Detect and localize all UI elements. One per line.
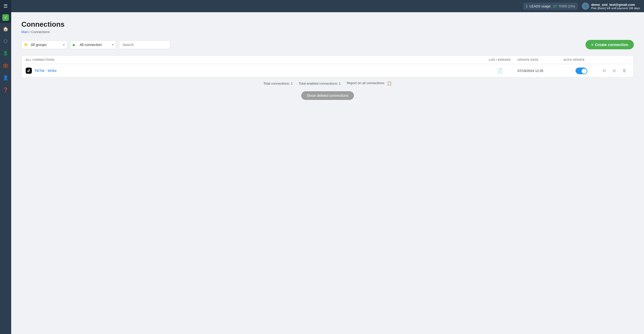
groups-select-wrapper: 📁 All groups ▾ bbox=[21, 40, 67, 49]
leads-total: 5'000 (1%) bbox=[559, 4, 575, 8]
toggle-inner bbox=[576, 68, 587, 74]
topbar: ℹ LEADS usage: 27 5'000 (1%) 👤 demo_sml_… bbox=[11, 0, 644, 12]
avatar: 👤 bbox=[582, 3, 589, 10]
toolbar: 📁 All groups ▾ ▶ All connection ▾ + Crea… bbox=[21, 40, 634, 49]
leads-usage-widget[interactable]: ℹ LEADS usage: 27 5'000 (1%) bbox=[523, 3, 578, 10]
breadcrumb: Main / Connections bbox=[21, 30, 634, 34]
leads-label: LEADS usage: bbox=[529, 4, 551, 8]
col-connections-header: ALL CONNECTIONS bbox=[26, 58, 482, 61]
toggle-switch[interactable] bbox=[576, 68, 587, 74]
breadcrumb-main[interactable]: Main bbox=[21, 30, 28, 34]
sidebar-item-briefcase[interactable]: 💼 bbox=[0, 60, 11, 71]
table-row: TikTok - Wrike 📄 07/19/2024 12:35 ⧉ ⚙ 🗑 bbox=[22, 64, 634, 77]
connection-name-link[interactable]: TikTok - Wrike bbox=[26, 68, 482, 74]
leads-used: 27 bbox=[553, 4, 557, 8]
search-wrapper bbox=[119, 40, 170, 49]
plus-icon: + bbox=[591, 42, 593, 47]
report-all-connections: Report on all connections: 📋 bbox=[347, 81, 392, 86]
user-info[interactable]: 👤 demo_sml_test@gmail.com Plan |Basic| l… bbox=[582, 3, 640, 10]
groups-select[interactable]: All groups bbox=[21, 40, 67, 49]
create-connection-label: Create connection bbox=[595, 42, 628, 47]
main-content: Connections Main / Connections 📁 All gro… bbox=[11, 12, 644, 334]
sidebar-menu-toggle[interactable]: ☰ bbox=[0, 0, 11, 12]
sidebar-item-billing[interactable]: 💲 bbox=[0, 48, 11, 59]
create-connection-button[interactable]: + Create connection bbox=[585, 40, 634, 49]
sidebar-item-connections[interactable]: ⬡ bbox=[0, 36, 11, 47]
connection-type-select[interactable]: All connection bbox=[70, 40, 116, 49]
report-icon[interactable]: 📋 bbox=[387, 81, 392, 85]
page-title: Connections bbox=[21, 20, 634, 28]
sidebar-item-user[interactable]: 👤 bbox=[0, 72, 11, 83]
table-header: ALL CONNECTIONS LOG / ERRORS UPDATE DATE… bbox=[22, 56, 634, 64]
info-icon: ℹ bbox=[526, 4, 527, 9]
user-email: demo_sml_test@gmail.com bbox=[591, 3, 640, 7]
show-deleted-button[interactable]: Show deleted connections bbox=[301, 91, 354, 100]
breadcrumb-sep: / bbox=[30, 30, 31, 34]
connection-name-text: TikTok - Wrike bbox=[34, 69, 57, 73]
sidebar-item-home[interactable]: 🏠 bbox=[0, 23, 11, 35]
update-date: 07/19/2024 12:35 bbox=[518, 69, 563, 73]
sidebar: ☰ ✓ 🏠 ⬡ 💲 💼 👤 ❓ bbox=[0, 0, 11, 334]
toggle-knob bbox=[582, 69, 587, 74]
delete-button[interactable]: 🗑 bbox=[619, 68, 629, 73]
total-connections: Total connections: 1 bbox=[263, 82, 293, 85]
total-enabled-connections: Total enabled connections: 1 bbox=[299, 82, 341, 85]
search-input[interactable] bbox=[119, 40, 170, 49]
col-log-header: LOG / ERRORS bbox=[482, 58, 518, 61]
col-auto-header: AUTO UPDATE bbox=[563, 58, 599, 61]
user-plan: Plan |Basic| left until payment 166 days bbox=[591, 7, 640, 10]
col-date-header: UPDATE DATE bbox=[518, 58, 563, 61]
breadcrumb-current: Connections bbox=[31, 30, 50, 34]
copy-button[interactable]: ⧉ bbox=[599, 68, 609, 73]
auto-update-toggle[interactable] bbox=[563, 68, 599, 74]
logo-area: ✓ bbox=[0, 12, 11, 23]
tiktok-icon bbox=[26, 68, 32, 74]
connection-type-select-wrapper: ▶ All connection ▾ bbox=[70, 40, 116, 49]
connections-table: ALL CONNECTIONS LOG / ERRORS UPDATE DATE… bbox=[21, 55, 634, 78]
settings-button[interactable]: ⚙ bbox=[609, 68, 619, 73]
table-footer: Total connections: 1 Total enabled conne… bbox=[21, 78, 634, 87]
sidebar-item-help[interactable]: ❓ bbox=[0, 84, 11, 96]
log-icon[interactable]: 📄 bbox=[482, 68, 518, 73]
